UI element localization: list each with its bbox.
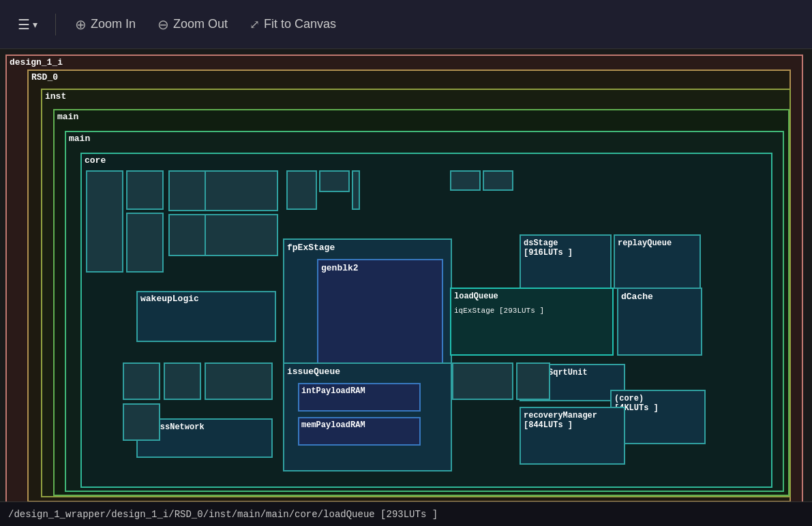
menu-dropdown-icon: ▾ bbox=[33, 19, 37, 30]
core-luts-label: (core) [4KLUTs ] bbox=[612, 391, 704, 416]
zoom-out-button[interactable]: ⊖ Zoom Out bbox=[149, 12, 236, 37]
menu-button[interactable]: ☰ ▾ bbox=[11, 12, 44, 37]
left-col-top bbox=[86, 170, 123, 273]
top-block-b bbox=[168, 214, 206, 256]
top-block-c bbox=[205, 214, 278, 256]
left-small-1 bbox=[126, 170, 164, 210]
left-small-2 bbox=[126, 213, 164, 273]
statusbar-path: /design_1_wrapper/design_1_i/RSD_0/inst/… bbox=[8, 509, 438, 520]
genblk2-label: genblk2 bbox=[318, 260, 442, 276]
replayqueue-label: replayQueue bbox=[615, 236, 700, 251]
misc-block-4 bbox=[123, 403, 160, 441]
misc-block-6 bbox=[516, 362, 550, 400]
canvas-area[interactable]: design_1_i RSD_0 inst main main core wak… bbox=[0, 49, 812, 501]
fpexstage-box[interactable]: fpExStage genblk2 bbox=[283, 238, 452, 375]
zoom-in-label: Zoom In bbox=[91, 17, 136, 31]
fit-to-canvas-button[interactable]: ⤢ Fit to Canvas bbox=[241, 13, 344, 36]
wakeup-logic-box[interactable]: wakeupLogic bbox=[136, 291, 276, 342]
menu-icon: ☰ bbox=[18, 16, 30, 33]
design1i-label: design_1_i bbox=[10, 57, 63, 67]
mempayloadram-label: memPayloadRAM bbox=[299, 418, 419, 432]
intpayloadram-box[interactable]: intPayloadRAM bbox=[298, 383, 421, 412]
zoom-out-label: Zoom Out bbox=[173, 17, 228, 31]
small-top-4 bbox=[352, 170, 360, 210]
iqexstage-label: iqExStage [293LUTs ] bbox=[451, 304, 612, 318]
small-top-3 bbox=[319, 170, 350, 192]
small-top-5 bbox=[450, 170, 481, 191]
issuequeue-label: issueQueue bbox=[284, 364, 451, 380]
fit-icon: ⤢ bbox=[250, 17, 260, 32]
inst-label: inst bbox=[45, 91, 66, 102]
dcache-box[interactable]: dCache bbox=[617, 288, 702, 356]
zoom-in-icon: ⊕ bbox=[75, 16, 87, 33]
main-inner-label: main bbox=[69, 134, 90, 144]
zoom-in-button[interactable]: ⊕ Zoom In bbox=[67, 12, 144, 37]
rsd0-label: RSD_0 bbox=[31, 72, 58, 82]
small-top-2 bbox=[286, 170, 317, 210]
dcache-label: dCache bbox=[618, 289, 701, 305]
statusbar: /design_1_wrapper/design_1_i/RSD_0/inst/… bbox=[0, 501, 812, 526]
misc-block-1 bbox=[123, 362, 160, 400]
main-outer-label: main bbox=[57, 112, 78, 122]
loadqueue-box[interactable]: loadQueue iqExStage [293LUTs ] bbox=[450, 288, 614, 356]
misc-block-2 bbox=[164, 362, 201, 400]
wakeup-logic-label: wakeupLogic bbox=[138, 291, 202, 307]
fpexstage-label: fpExStage bbox=[284, 240, 451, 256]
misc-block-3 bbox=[205, 362, 273, 400]
zoom-out-icon: ⊖ bbox=[157, 16, 169, 33]
misc-block-5 bbox=[452, 362, 513, 400]
small-top-1 bbox=[168, 170, 206, 211]
intpayloadram-label: intPayloadRAM bbox=[299, 384, 419, 398]
issuequeue-box[interactable]: issueQueue intPayloadRAM memPayloadRAM bbox=[283, 362, 452, 471]
small-top-6 bbox=[483, 170, 513, 191]
mempayloadram-box[interactable]: memPayloadRAM bbox=[298, 417, 421, 446]
dsstage-label: dsStage [916LUTs ] bbox=[521, 236, 610, 260]
replayqueue-box[interactable]: replayQueue bbox=[614, 234, 701, 289]
toolbar-separator bbox=[55, 14, 56, 35]
toolbar: ☰ ▾ ⊕ Zoom In ⊖ Zoom Out ⤢ Fit to Canvas bbox=[0, 0, 812, 49]
top-block-a bbox=[205, 170, 278, 211]
recoverymanager-box[interactable]: recoveryManager [844LUTs ] bbox=[520, 407, 625, 465]
fit-label: Fit to Canvas bbox=[264, 17, 336, 31]
core-label: core bbox=[85, 155, 106, 166]
recoverymanager-label: recoveryManager [844LUTs ] bbox=[521, 408, 624, 433]
loadqueue-label: loadQueue bbox=[451, 289, 612, 304]
genblk2-box[interactable]: genblk2 bbox=[317, 259, 443, 365]
